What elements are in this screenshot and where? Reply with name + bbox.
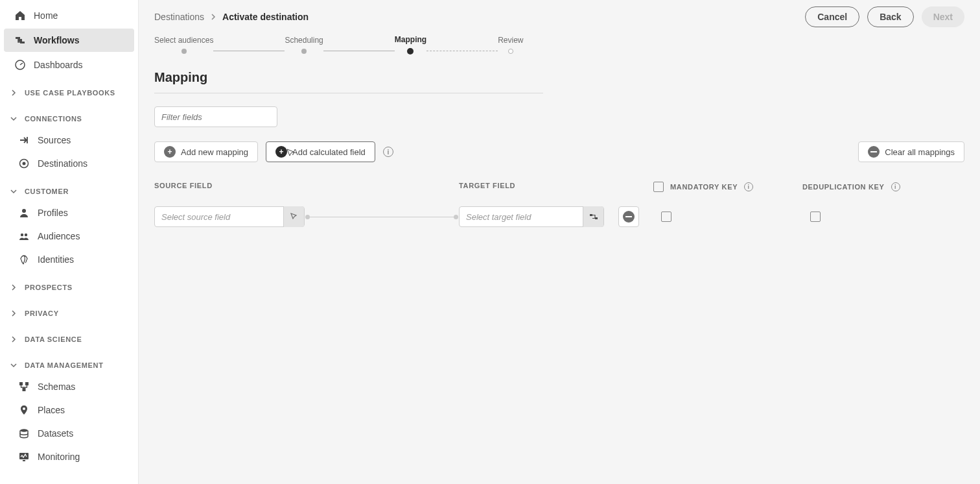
breadcrumb: Destinations Activate destination <box>154 12 309 22</box>
source-field-select[interactable]: Select source field <box>154 206 305 227</box>
mapping-connector <box>307 217 456 217</box>
sidebar-item-label: Workflows <box>34 35 80 45</box>
column-header-dedup: DEDUPLICATION KEY <box>802 183 885 191</box>
remove-mapping-button[interactable] <box>618 206 639 227</box>
step-dot <box>508 49 513 54</box>
sidebar-item-monitoring[interactable]: Monitoring <box>0 445 138 468</box>
button-label: Add calculated field <box>292 147 366 157</box>
chevron-right-icon <box>10 336 19 343</box>
mandatory-key-checkbox-header[interactable] <box>653 182 664 192</box>
sidebar-section-label: DATA MANAGEMENT <box>25 361 104 369</box>
target-field-picker-icon[interactable] <box>583 206 603 227</box>
chevron-right-icon <box>10 90 19 96</box>
sidebar-item-label: Sources <box>38 135 71 145</box>
svg-rect-13 <box>870 151 877 152</box>
mapping-row: Select source field Select target field <box>154 206 964 227</box>
deduplication-key-checkbox[interactable] <box>810 212 821 222</box>
sidebar-section-privacy[interactable]: PRIVACY <box>0 304 138 323</box>
places-icon <box>18 404 30 416</box>
svg-point-3 <box>22 209 26 213</box>
column-header-mandatory: MANDATORY KEY <box>670 183 738 191</box>
main-content: Destinations Activate destination Cancel… <box>139 0 980 484</box>
sidebar-section-datamgmt[interactable]: DATA MANAGEMENT <box>0 356 138 375</box>
mandatory-key-checkbox[interactable] <box>661 212 671 222</box>
chevron-down-icon <box>10 362 19 369</box>
sidebar-item-sources[interactable]: Sources <box>0 128 138 152</box>
monitoring-icon <box>18 451 30 463</box>
svg-rect-8 <box>23 388 26 391</box>
workflows-icon <box>14 34 26 46</box>
sidebar-section-prospects[interactable]: PROSPECTS <box>0 278 138 297</box>
info-icon[interactable]: i <box>891 182 900 191</box>
sidebar: Home Workflows Dashboards USE CASE PLAYB… <box>0 0 139 484</box>
column-header-source: SOURCE FIELD <box>154 182 459 192</box>
sidebar-item-label: Schemas <box>38 381 75 392</box>
button-label: Clear all mappings <box>885 147 955 157</box>
target-field-select[interactable]: Select target field <box>459 206 604 227</box>
svg-point-4 <box>21 234 23 236</box>
sidebar-item-schemas[interactable]: Schemas <box>0 375 138 398</box>
destinations-icon <box>18 158 30 169</box>
sidebar-section-playbooks[interactable]: USE CASE PLAYBOOKS <box>0 83 138 103</box>
sidebar-section-connections[interactable]: CONNECTIONS <box>0 109 138 128</box>
sidebar-item-datasets[interactable]: Datasets <box>0 422 138 445</box>
sidebar-item-label: Home <box>34 10 58 21</box>
sidebar-item-label: Monitoring <box>38 452 80 462</box>
sidebar-section-label: CONNECTIONS <box>25 115 82 123</box>
arrow-cursor-icon <box>290 212 299 221</box>
sidebar-item-label: Audiences <box>38 231 80 241</box>
sidebar-item-dashboards[interactable]: Dashboards <box>0 53 138 77</box>
sidebar-item-label: Datasets <box>38 428 73 439</box>
clear-all-mappings-button[interactable]: Clear all mappings <box>858 141 964 162</box>
sidebar-item-workflows[interactable]: Workflows <box>4 29 134 52</box>
add-new-mapping-button[interactable]: + Add new mapping <box>154 141 258 162</box>
sidebar-item-audiences[interactable]: Audiences <box>0 224 138 248</box>
chevron-down-icon <box>10 115 19 122</box>
sidebar-item-label: Profiles <box>38 208 68 218</box>
step-label: Scheduling <box>285 36 323 45</box>
column-header-target: TARGET FIELD <box>459 182 653 192</box>
identities-icon <box>18 254 30 265</box>
cursor-icon <box>286 148 296 158</box>
info-icon[interactable]: i <box>744 182 753 191</box>
svg-point-9 <box>23 407 25 410</box>
datasets-icon <box>18 428 30 439</box>
placeholder: Select target field <box>460 212 583 222</box>
filter-fields-input[interactable] <box>154 106 277 127</box>
sidebar-item-home[interactable]: Home <box>0 4 138 27</box>
sidebar-item-identities[interactable]: Identities <box>0 248 138 271</box>
sources-icon <box>18 134 30 146</box>
sidebar-item-places[interactable]: Places <box>0 398 138 422</box>
chevron-right-icon <box>211 14 216 20</box>
button-label: Add new mapping <box>181 147 248 157</box>
dashboards-icon <box>14 59 26 71</box>
sidebar-section-label: DATA SCIENCE <box>25 335 82 343</box>
step-dot <box>301 49 307 54</box>
breadcrumb-root[interactable]: Destinations <box>154 12 204 22</box>
back-button[interactable]: Back <box>867 6 913 27</box>
profiles-icon <box>18 207 30 219</box>
breadcrumb-current: Activate destination <box>222 12 309 22</box>
svg-rect-7 <box>25 382 29 385</box>
sidebar-item-destinations[interactable]: Destinations <box>0 152 138 175</box>
add-calculated-field-button[interactable]: + Add calculated field <box>266 141 375 162</box>
step-label: Review <box>498 36 523 45</box>
schemas-icon <box>18 381 30 393</box>
info-icon[interactable]: i <box>383 147 393 157</box>
step-label: Select audiences <box>154 36 213 45</box>
next-button: Next <box>922 6 964 27</box>
sidebar-item-label: Places <box>38 405 65 415</box>
svg-rect-12 <box>23 460 25 461</box>
mapping-icon <box>589 212 598 221</box>
home-icon <box>14 10 26 21</box>
source-field-picker-icon[interactable] <box>283 206 304 227</box>
sidebar-section-customer[interactable]: CUSTOMER <box>0 182 138 201</box>
divider <box>154 93 543 93</box>
svg-rect-6 <box>19 382 23 385</box>
svg-point-10 <box>20 429 28 431</box>
cancel-button[interactable]: Cancel <box>805 6 859 27</box>
sidebar-item-profiles[interactable]: Profiles <box>0 201 138 224</box>
page-title: Mapping <box>154 70 964 85</box>
svg-point-2 <box>23 162 26 165</box>
sidebar-section-datascience[interactable]: DATA SCIENCE <box>0 330 138 349</box>
